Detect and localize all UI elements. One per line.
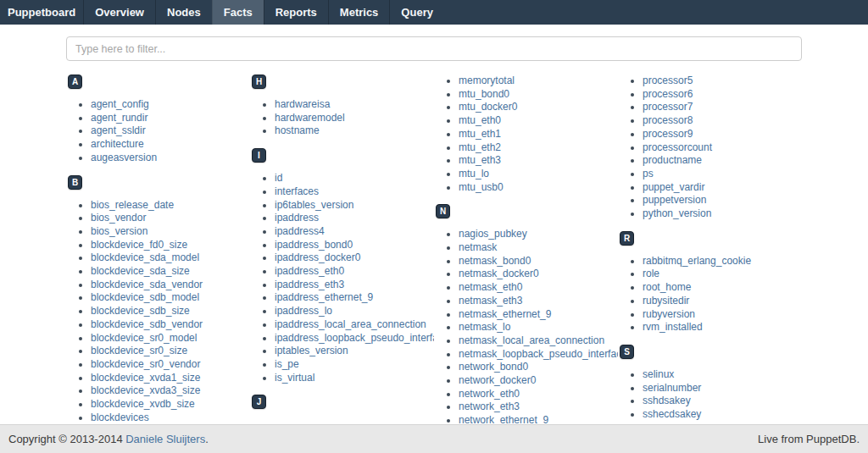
fact-link-netmask_bond0[interactable]: netmask_bond0	[459, 255, 531, 267]
fact-link-network_eth3[interactable]: network_eth3	[459, 401, 520, 412]
fact-link-netmask_ethernet_9[interactable]: netmask_ethernet_9	[459, 308, 551, 320]
fact-link-architecture[interactable]: architecture	[91, 138, 144, 150]
fact-link-blockdevice_xvda3_size[interactable]: blockdevice_xvda3_size	[91, 384, 200, 396]
fact-link-blockdevices[interactable]: blockdevices	[91, 412, 149, 423]
fact-link-blockdevice_fd0_size[interactable]: blockdevice_fd0_size	[91, 239, 187, 251]
fact-link-serialnumber[interactable]: serialnumber	[643, 382, 701, 394]
fact-link-network_eth0[interactable]: network_eth0	[459, 388, 520, 400]
fact-link-bios_release_date[interactable]: bios_release_date	[91, 199, 174, 211]
fact-link-memorytotal[interactable]: memorytotal	[459, 75, 515, 86]
fact-link-netmask_eth3[interactable]: netmask_eth3	[459, 295, 522, 307]
fact-link-mtu_lo[interactable]: mtu_lo	[459, 168, 489, 180]
fact-link-puppet_vardir[interactable]: puppet_vardir	[643, 181, 704, 193]
fact-link-netmask_eth0[interactable]: netmask_eth0	[459, 281, 522, 293]
fact-link-blockdevice_sr0_vendor[interactable]: blockdevice_sr0_vendor	[91, 358, 200, 370]
fact-link-ps[interactable]: ps	[643, 168, 654, 180]
fact-link-augeasversion[interactable]: augeasversion	[91, 152, 157, 163]
navbar-brand[interactable]: Puppetboard	[0, 0, 83, 25]
nav-item-overview[interactable]: Overview	[83, 0, 155, 25]
fact-link-bios_vendor[interactable]: bios_vendor	[91, 212, 146, 224]
fact-link-blockdevice_sdb_model[interactable]: blockdevice_sdb_model	[91, 291, 199, 303]
fact-link-is_virtual[interactable]: is_virtual	[275, 372, 314, 384]
fact-list-item: processorcount	[643, 141, 802, 155]
fact-link-ipaddress4[interactable]: ipaddress4	[275, 225, 325, 237]
nav-item-metrics[interactable]: Metrics	[328, 0, 390, 25]
fact-link-mtu_eth1[interactable]: mtu_eth1	[459, 128, 501, 140]
fact-link-blockdevice_sda_model[interactable]: blockdevice_sda_model	[91, 251, 199, 263]
fact-link-network_bond0[interactable]: network_bond0	[459, 361, 528, 373]
fact-link-ipaddress_loopback_pseudo_interface[interactable]: ipaddress_loopback_pseudo_interface	[275, 332, 434, 344]
fact-link-blockdevice_sdb_size[interactable]: blockdevice_sdb_size	[91, 305, 190, 317]
fact-link-processor8[interactable]: processor8	[643, 114, 693, 126]
fact-link-iptables_version[interactable]: iptables_version	[275, 345, 348, 356]
fact-link-root_home[interactable]: root_home	[643, 281, 691, 293]
fact-link-mtu_eth3[interactable]: mtu_eth3	[459, 154, 501, 166]
fact-link-ipaddress_bond0[interactable]: ipaddress_bond0	[275, 239, 353, 251]
fact-link-mtu_docker0[interactable]: mtu_docker0	[459, 101, 517, 113]
fact-link-mtu_eth0[interactable]: mtu_eth0	[459, 114, 501, 126]
fact-link-blockdevice_sdb_vendor[interactable]: blockdevice_sdb_vendor	[91, 318, 203, 330]
fact-link-rvm_installed[interactable]: rvm_installed	[643, 321, 703, 333]
fact-link-rubyversion[interactable]: rubyversion	[643, 308, 695, 320]
fact-list-item: ipaddress4	[275, 225, 434, 239]
fact-link-blockdevice_sda_size[interactable]: blockdevice_sda_size	[91, 265, 190, 277]
fact-link-blockdevice_sr0_size[interactable]: blockdevice_sr0_size	[91, 345, 187, 356]
filter-input[interactable]	[66, 36, 802, 61]
fact-link-blockdevice_xvda1_size[interactable]: blockdevice_xvda1_size	[91, 372, 200, 384]
fact-link-nagios_pubkey[interactable]: nagios_pubkey	[459, 228, 527, 240]
fact-link-interfaces[interactable]: interfaces	[275, 185, 319, 197]
fact-link-agent_rundir[interactable]: agent_rundir	[91, 112, 147, 124]
fact-list-item: bios_version	[91, 225, 250, 239]
fact-link-role[interactable]: role	[643, 268, 659, 279]
footer-author-link[interactable]: Daniele Sluijters	[125, 433, 205, 445]
nav-item-reports[interactable]: Reports	[264, 0, 328, 25]
fact-link-python_version[interactable]: python_version	[643, 207, 711, 219]
fact-link-hostname[interactable]: hostname	[275, 124, 320, 136]
fact-link-agent_config[interactable]: agent_config	[91, 98, 149, 110]
fact-link-id[interactable]: id	[275, 172, 282, 184]
fact-link-mtu_usb0[interactable]: mtu_usb0	[459, 181, 504, 193]
fact-link-sshdsakey[interactable]: sshdsakey	[643, 395, 691, 406]
fact-link-hardwareisa[interactable]: hardwareisa	[275, 98, 330, 110]
fact-link-netmask_local_area_connection[interactable]: netmask_local_area_connection	[459, 334, 604, 346]
fact-link-processor7[interactable]: processor7	[643, 101, 693, 113]
nav-item-facts[interactable]: Facts	[212, 0, 264, 25]
fact-link-processor5[interactable]: processor5	[643, 75, 693, 86]
fact-link-ipaddress_local_area_connection[interactable]: ipaddress_local_area_connection	[275, 318, 426, 330]
fact-link-processor9[interactable]: processor9	[643, 128, 693, 140]
fact-link-ipaddress_lo[interactable]: ipaddress_lo	[275, 305, 332, 317]
fact-link-agent_ssldir[interactable]: agent_ssldir	[91, 124, 146, 136]
fact-link-blockdevice_xvdb_size[interactable]: blockdevice_xvdb_size	[91, 398, 195, 410]
fact-link-netmask_lo[interactable]: netmask_lo	[459, 321, 510, 333]
fact-link-hardwaremodel[interactable]: hardwaremodel	[275, 112, 345, 124]
fact-list-item: ipaddress	[275, 212, 434, 225]
fact-list-item: selinux	[643, 368, 802, 382]
fact-link-blockdevice_sr0_model[interactable]: blockdevice_sr0_model	[91, 332, 197, 344]
fact-link-processorcount[interactable]: processorcount	[643, 141, 712, 153]
fact-link-processor6[interactable]: processor6	[643, 88, 693, 100]
fact-link-netmask_docker0[interactable]: netmask_docker0	[459, 268, 539, 279]
fact-link-ipaddress[interactable]: ipaddress	[275, 212, 319, 224]
fact-link-ipaddress_docker0[interactable]: ipaddress_docker0	[275, 251, 360, 263]
fact-link-rubysitedir[interactable]: rubysitedir	[643, 295, 689, 307]
fact-link-ipaddress_eth0[interactable]: ipaddress_eth0	[275, 265, 344, 277]
fact-link-selinux[interactable]: selinux	[643, 368, 674, 380]
fact-link-ipaddress_ethernet_9[interactable]: ipaddress_ethernet_9	[275, 291, 373, 303]
fact-link-blockdevice_sda_vendor[interactable]: blockdevice_sda_vendor	[91, 279, 203, 290]
fact-link-netmask_loopback_pseudo_interface[interactable]: netmask_loopback_pseudo_interface	[459, 348, 618, 360]
fact-link-puppetversion[interactable]: puppetversion	[643, 194, 706, 206]
fact-link-mtu_eth2[interactable]: mtu_eth2	[459, 141, 501, 153]
nav-item-nodes[interactable]: Nodes	[155, 0, 212, 25]
fact-link-bios_version[interactable]: bios_version	[91, 225, 147, 237]
fact-link-netmask[interactable]: netmask	[459, 241, 497, 253]
fact-link-ipaddress_eth3[interactable]: ipaddress_eth3	[275, 279, 344, 290]
fact-link-network_docker0[interactable]: network_docker0	[459, 374, 536, 386]
fact-link-ip6tables_version[interactable]: ip6tables_version	[275, 199, 353, 211]
fact-link-productname[interactable]: productname	[643, 154, 702, 166]
fact-link-mtu_bond0[interactable]: mtu_bond0	[459, 88, 509, 100]
fact-link-sshecdsakey[interactable]: sshecdsakey	[643, 408, 701, 420]
fact-link-is_pe[interactable]: is_pe	[275, 358, 299, 370]
fact-link-rabbitmq_erlang_cookie[interactable]: rabbitmq_erlang_cookie	[643, 255, 751, 267]
facts-column-1: Aagent_configagent_rundiragent_ssldirarc…	[66, 75, 250, 438]
nav-item-query[interactable]: Query	[389, 0, 444, 25]
